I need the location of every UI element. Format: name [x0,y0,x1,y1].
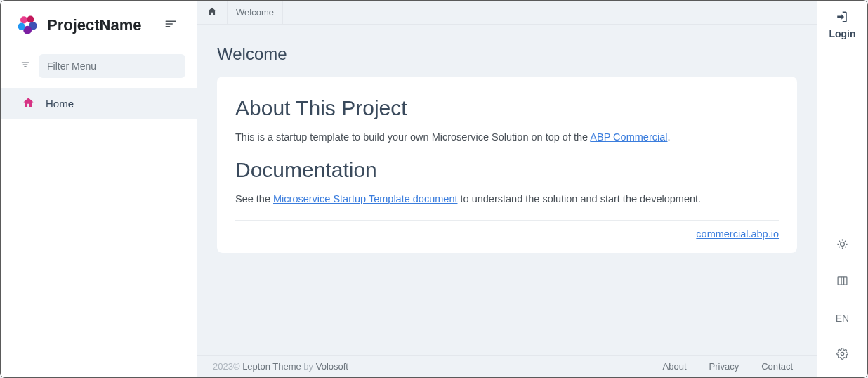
svg-point-11 [841,242,845,247]
footer-link-privacy[interactable]: Privacy [701,361,748,372]
about-text: This is a startup template to build your… [235,130,779,145]
about-heading: About This Project [235,96,779,120]
svg-line-17 [845,247,846,247]
footer-theme: Lepton Theme [242,361,301,372]
main-content: Welcome Welcome About This Project This … [197,1,817,377]
svg-point-23 [841,352,843,355]
language-label: EN [836,313,849,324]
footer-company: Volosoft [316,361,348,372]
settings-button[interactable] [833,345,853,365]
about-text-before: This is a startup template to build your… [235,131,590,143]
footer: 2023© Lepton Theme by Volosoft About Pri… [197,355,817,377]
svg-line-18 [839,247,839,247]
brand-name: ProjectName [47,16,142,34]
svg-rect-20 [838,277,847,285]
menu-toggle-icon[interactable] [160,13,181,37]
right-bar: Login EN [817,1,867,377]
content-card: About This Project This is a startup tem… [217,77,797,253]
login-button[interactable]: Login [829,11,855,39]
login-label: Login [829,28,855,39]
sun-icon [836,238,848,252]
page-content: Welcome About This Project This is a sta… [197,25,817,355]
footer-links: About Privacy Contact [655,361,801,372]
footer-link-contact[interactable]: Contact [753,361,801,372]
breadcrumb-label: Welcome [236,7,274,18]
footer-link-about[interactable]: About [655,361,695,372]
language-button[interactable]: EN [833,308,853,328]
breadcrumb-current[interactable]: Welcome [228,1,283,24]
svg-point-0 [20,16,27,23]
docs-text-before: See the [235,193,273,204]
svg-line-16 [839,240,839,241]
sidebar-item-label: Home [46,98,74,110]
card-divider [235,220,779,221]
abp-commercial-link[interactable]: ABP Commercial [590,131,667,143]
theme-toggle-button[interactable] [833,235,853,255]
svg-point-4 [18,23,25,30]
footer-copyright: 2023© Lepton Theme by Volosoft [213,361,348,372]
commercial-site-link[interactable]: commercial.abp.io [696,228,779,240]
breadcrumb-home[interactable] [197,1,228,24]
filter-icon[interactable] [20,60,30,72]
documentation-heading: Documentation [235,158,779,182]
login-icon [836,11,848,25]
columns-icon [836,275,848,289]
svg-line-19 [845,240,846,241]
documentation-text: See the Microservice Startup Template do… [235,192,779,207]
footer-copy-symbol: © [233,361,242,372]
breadcrumb: Welcome [197,1,817,25]
home-icon [22,96,34,111]
sidebar-item-home[interactable]: Home [1,88,197,119]
right-bar-tools: EN [833,235,853,365]
footer-year: 2023 [213,361,233,372]
footer-by: by [301,361,316,372]
startup-template-link[interactable]: Microservice Startup Template document [273,193,457,204]
layout-toggle-button[interactable] [833,272,853,292]
about-text-after: . [667,131,670,143]
brand-logo-icon [16,13,40,37]
gear-icon [836,348,848,362]
sidebar: ProjectName Home [1,1,197,377]
filter-row [1,50,197,88]
brand-link[interactable]: ProjectName [16,13,142,37]
home-icon [207,6,217,18]
filter-menu-input[interactable] [39,54,185,78]
card-footer: commercial.abp.io [235,228,779,240]
docs-text-after: to understand the solution and start the… [457,193,701,204]
page-title: Welcome [217,44,797,64]
brand-bar: ProjectName [1,1,197,50]
